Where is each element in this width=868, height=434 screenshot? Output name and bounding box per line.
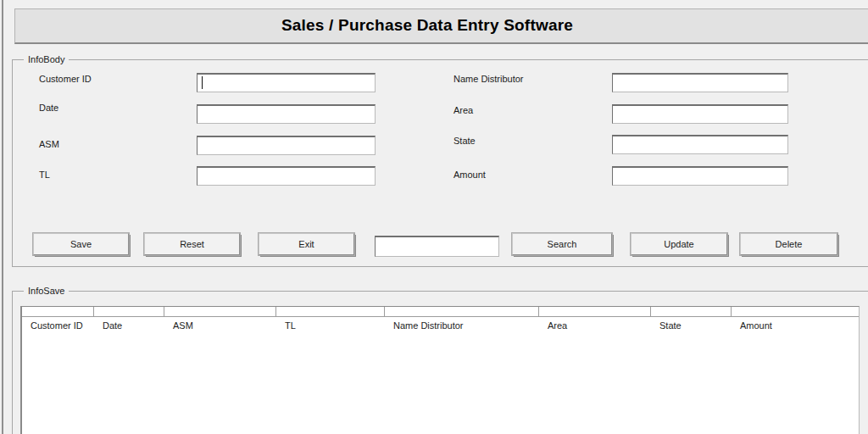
exit-button[interactable]: Exit <box>259 233 354 255</box>
title-bar: Sales / Purchase Data Entry Software <box>14 8 868 44</box>
tl-label: TL <box>39 170 50 181</box>
list-header-cell[interactable] <box>94 307 164 316</box>
records-listview[interactable]: Customer ID Date ASM TL Name Distributor… <box>20 306 860 434</box>
save-button[interactable]: Save <box>33 233 129 255</box>
list-header-cell[interactable] <box>276 307 385 316</box>
amount-label: Amount <box>453 170 486 181</box>
search-input[interactable] <box>375 236 499 257</box>
text-cursor <box>202 76 203 89</box>
column-label-state: State <box>651 320 732 331</box>
list-header-cell[interactable] <box>732 307 859 316</box>
column-label-name-distributor: Name Distributor <box>385 320 539 331</box>
amount-input[interactable] <box>612 166 788 186</box>
tl-input[interactable] <box>197 166 376 186</box>
search-button[interactable]: Search <box>512 233 612 255</box>
column-label-area: Area <box>539 320 651 331</box>
area-input[interactable] <box>612 104 788 124</box>
list-header-cell[interactable] <box>385 307 539 316</box>
name-distributor-label: Name Distributor <box>453 74 524 85</box>
customer-id-input[interactable] <box>197 73 376 92</box>
reset-button[interactable]: Reset <box>144 233 240 255</box>
state-label: State <box>453 136 476 147</box>
customer-id-label: Customer ID <box>39 74 92 85</box>
state-input[interactable] <box>612 135 788 154</box>
asm-input[interactable] <box>197 136 376 155</box>
date-input[interactable] <box>197 104 376 124</box>
column-label-tl: TL <box>276 320 385 331</box>
area-label: Area <box>453 105 473 116</box>
infosave-group-label: InfoSave <box>24 286 69 297</box>
date-label: Date <box>39 103 58 114</box>
page-title: Sales / Purchase Data Entry Software <box>15 9 839 42</box>
list-header-cell[interactable] <box>164 307 276 316</box>
window-left-edge <box>2 0 3 434</box>
list-header-cell[interactable] <box>539 307 651 316</box>
list-header-cell[interactable] <box>651 307 732 316</box>
column-label-customer-id: Customer ID <box>22 320 94 331</box>
update-button[interactable]: Update <box>631 233 727 255</box>
column-label-asm: ASM <box>164 320 276 331</box>
column-label-amount: Amount <box>732 320 859 331</box>
name-distributor-input[interactable] <box>612 73 788 92</box>
column-label-date: Date <box>94 320 164 331</box>
asm-label: ASM <box>39 139 59 150</box>
infobody-group-label: InfoBody <box>24 54 69 65</box>
column-labels-row[interactable]: Customer ID Date ASM TL Name Distributor… <box>22 320 859 331</box>
delete-button[interactable]: Delete <box>740 233 837 255</box>
list-header-cell[interactable] <box>22 307 94 316</box>
listview-header-strip[interactable] <box>22 307 859 317</box>
